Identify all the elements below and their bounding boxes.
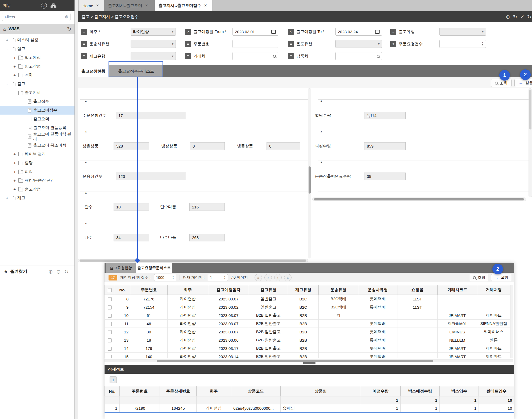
sync-icon[interactable] — [527, 14, 531, 20]
sidebar-tree-item[interactable]: + 적치 — [0, 71, 74, 79]
refresh-tree-icon[interactable] — [67, 26, 71, 32]
order-row[interactable]: 12 30 라이언샵 2023.03.07 B2B 일반출고 B2B 롯데택배 … — [105, 328, 510, 336]
search-icon[interactable] — [273, 55, 276, 58]
tree-expander-icon[interactable]: - — [5, 47, 9, 51]
sidebar-tree-item[interactable]: + 재고 — [0, 194, 74, 202]
remove-favorite-icon[interactable] — [56, 269, 61, 275]
select-all-checkbox[interactable] — [108, 288, 112, 292]
order-row[interactable]: 11 46 라이언샵 2023.03.07 B2B 일반출고 B2B 롯데택배 … — [105, 320, 510, 328]
next-page-button[interactable] — [274, 274, 282, 281]
close-icon[interactable] — [204, 3, 207, 8]
col-out-type[interactable]: 출고유형 — [249, 285, 288, 295]
row-checkbox[interactable] — [108, 330, 112, 334]
panel-splitter-handle[interactable] — [303, 362, 315, 364]
tab-status-view-lower[interactable]: 출고요청현황 — [106, 263, 136, 273]
col-order-detail-no[interactable]: 주문상세번호 — [160, 386, 197, 396]
sidebar-tree-item[interactable]: + 마스터 설정 — [0, 36, 74, 44]
grid-search-button[interactable]: 조회 — [470, 274, 488, 281]
tab-home[interactable]: Home — [79, 0, 104, 11]
spinner-arrows-icon[interactable] — [481, 42, 484, 46]
run-button[interactable]: 실행 — [514, 79, 532, 87]
order-req-cnt-stepper[interactable] — [439, 40, 486, 48]
sidebar-tree-item[interactable]: 출고접수 — [0, 97, 74, 106]
sidebar-tree-item[interactable]: - 출고 — [0, 79, 74, 88]
calendar-icon[interactable] — [271, 30, 276, 34]
order-row[interactable]: 13 18 라이언샵 2023.03.06 B2B 일반출고 B2B 롯데택배 … — [105, 336, 510, 344]
sidebar-tree-item[interactable]: + 패킹/운송장 관리 — [0, 176, 74, 185]
tree-expander-icon[interactable]: + — [13, 169, 16, 174]
tab-order-list-view-lower[interactable]: 출고요청주문리스트 — [136, 263, 172, 273]
collapse-sidebar-icon[interactable] — [41, 3, 47, 9]
tree-expander-icon[interactable]: + — [5, 196, 9, 200]
sidebar-tree-item[interactable]: 출고오더 결품등록 — [0, 123, 74, 132]
hwaju-select[interactable]: 라이언샵 — [131, 28, 176, 36]
order-row[interactable]: 14 179 라이언샵 2023.03.17 B2B 일반출고 B2B 롯데택배… — [105, 344, 510, 353]
detail-row[interactable]: 1 72190 134245 라이언샵 62au4y6zvu0000000...… — [105, 404, 514, 413]
tree-expander-icon[interactable]: + — [13, 55, 16, 60]
collapse-section-icon[interactable] — [85, 191, 87, 194]
tree-expander-icon[interactable]: + — [13, 64, 16, 69]
tree-expander-icon[interactable]: + — [13, 152, 16, 156]
col-client-code[interactable]: 거래처코드 — [438, 285, 477, 295]
tree-expander-icon[interactable]: - — [13, 90, 16, 95]
row-checkbox[interactable] — [108, 305, 112, 309]
grid-vertical-scrollbar[interactable] — [510, 285, 513, 358]
col-no[interactable]: No. — [105, 386, 120, 396]
order-row[interactable]: 15 140 라이언샵 2023.03.14 B2B 일반출고 B2B 롯데택배… — [105, 353, 510, 359]
tree-expander-icon[interactable]: + — [5, 38, 9, 42]
napumcheo-search-input[interactable] — [335, 52, 382, 60]
sidebar-tree-item[interactable]: 출고오더 결품이력 관리 — [0, 132, 74, 141]
row-checkbox[interactable] — [108, 322, 112, 326]
row-checkbox[interactable] — [108, 338, 112, 342]
col-owner[interactable]: 화주 — [197, 386, 231, 396]
col-order-no[interactable]: 주문번호 — [130, 285, 168, 295]
date-from-input[interactable]: 2023.03.01 — [232, 28, 278, 36]
calendar-icon[interactable] — [375, 30, 380, 34]
georaecheo-search-input[interactable] — [232, 52, 278, 60]
sidebar-tree-item[interactable]: + 입고예정 — [0, 53, 74, 62]
sidebar-tree-item[interactable]: 출고오더 — [0, 115, 74, 123]
tree-expander-icon[interactable]: - — [5, 82, 9, 86]
org-chart-icon[interactable] — [51, 3, 56, 8]
rows-per-page-stepper[interactable]: 1000 — [154, 274, 176, 281]
search-button[interactable]: 조회 — [491, 79, 512, 87]
row-checkbox[interactable] — [108, 297, 112, 301]
col-mall[interactable]: 쇼핑몰 — [397, 285, 438, 295]
order-row[interactable]: 9 72154 라이언샵 2023.03.02 일반출고 B2C B2C택배 롯… — [105, 303, 510, 311]
row-checkbox[interactable] — [108, 347, 112, 351]
close-icon[interactable] — [96, 3, 99, 8]
jaego-type-select[interactable] — [131, 52, 176, 60]
collapse-section-icon[interactable] — [320, 99, 323, 102]
horizontal-scrollbar[interactable] — [78, 259, 308, 262]
col-pallet-in-qty[interactable]: 팔레트입수 — [479, 386, 514, 396]
sidebar-tree-item[interactable]: + 할당 — [0, 158, 74, 167]
col-order-no[interactable]: 주문번호 — [120, 386, 160, 396]
sidebar-tree-item[interactable]: + 입고작업 — [0, 62, 74, 71]
col-stock-type[interactable]: 재고유형 — [288, 285, 319, 295]
collapse-section-icon[interactable] — [85, 222, 87, 225]
menu-filter-input[interactable] — [2, 13, 70, 21]
collapse-section-icon[interactable] — [85, 99, 87, 102]
sidebar-tree-item[interactable]: - 입고 — [0, 44, 74, 53]
clear-filter-icon[interactable] — [65, 14, 69, 20]
collapse-section-icon[interactable] — [85, 130, 87, 133]
col-owner[interactable]: 화주 — [168, 285, 208, 295]
sidebar-tree-item[interactable]: + 웨이브 관리 — [0, 150, 74, 158]
tab-chulgo-order-receipt[interactable]: 출고지시::출고오더접수 — [155, 0, 212, 11]
order-no-input[interactable] — [232, 40, 278, 48]
collapse-section-icon[interactable] — [320, 161, 323, 164]
sidebar-tree-item[interactable]: 출고오더접수 — [0, 106, 74, 115]
collapse-section-icon[interactable] — [85, 161, 87, 164]
spinner-arrows-icon[interactable] — [224, 275, 226, 280]
detail-page-button[interactable]: 1 — [110, 376, 117, 383]
tree-expander-icon[interactable]: + — [13, 161, 16, 165]
tree-expander-icon[interactable]: + — [13, 187, 16, 191]
tree-expander-icon[interactable]: + — [13, 73, 16, 77]
add-favorite-icon[interactable] — [48, 269, 53, 275]
close-icon[interactable] — [145, 3, 148, 8]
sidebar-resizer[interactable] — [75, 0, 78, 419]
date-to-input[interactable]: 2023.03.24 — [335, 28, 382, 36]
vertical-scrollbar[interactable] — [529, 88, 532, 197]
col-client-name[interactable]: 거래처명 — [477, 285, 510, 295]
row-checkbox[interactable] — [108, 355, 112, 358]
